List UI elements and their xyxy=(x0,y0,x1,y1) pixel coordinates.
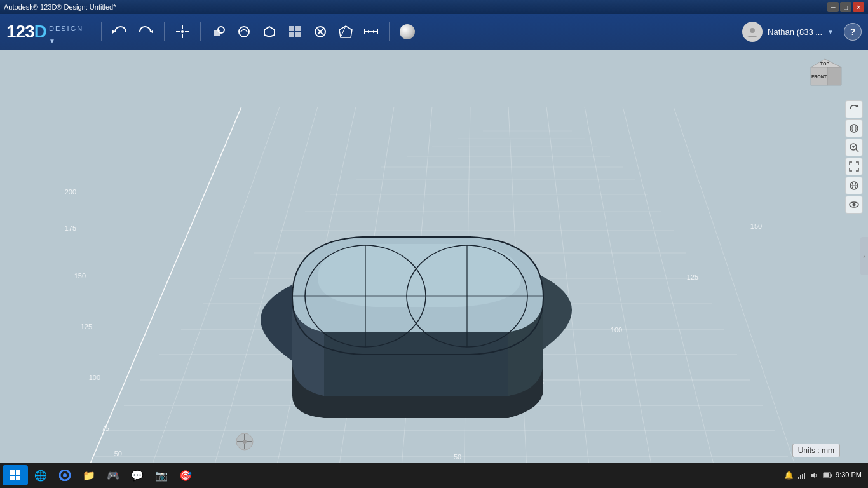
svg-rect-112 xyxy=(802,474,803,479)
logo-dropdown-icon[interactable]: ▼ xyxy=(49,37,83,44)
zoom-button[interactable] xyxy=(845,139,863,156)
taskbar-chrome[interactable] xyxy=(53,465,76,485)
user-name: Nathan (833 ... xyxy=(768,27,822,37)
svg-rect-113 xyxy=(804,473,805,479)
volume-icon xyxy=(810,471,819,480)
grid-canvas: 200 175 150 125 100 75 50 25 25 50 75 10… xyxy=(0,50,868,463)
svg-point-25 xyxy=(750,28,755,33)
subtract-button[interactable] xyxy=(333,19,358,44)
svg-line-91 xyxy=(856,149,858,152)
compass xyxy=(235,432,254,451)
svg-point-99 xyxy=(243,440,247,444)
start-button[interactable] xyxy=(3,465,28,485)
svg-rect-110 xyxy=(798,477,799,479)
svg-point-109 xyxy=(63,473,67,477)
taskbar-chat[interactable]: 💬 xyxy=(126,465,149,485)
toolbar-separator-4 xyxy=(389,22,390,41)
svg-text:125: 125 xyxy=(81,323,92,330)
construct-button[interactable] xyxy=(257,19,282,44)
undo-redo-group xyxy=(107,19,159,44)
fit-view-button[interactable] xyxy=(845,158,863,175)
measure-button[interactable] xyxy=(358,19,384,44)
svg-text:200: 200 xyxy=(65,188,76,196)
svg-rect-7 xyxy=(214,30,220,36)
svg-text:50: 50 xyxy=(114,450,122,458)
toolbar-separator-3 xyxy=(200,22,201,41)
right-toolbar xyxy=(845,100,863,214)
svg-text:TOP: TOP xyxy=(820,62,830,66)
titlebar-title: Autodesk® 123D® Design: Untitled* xyxy=(4,3,827,11)
svg-rect-107 xyxy=(16,476,20,480)
user-avatar xyxy=(742,22,763,42)
titlebar: Autodesk® 123D® Design: Untitled* ─ □ ✕ xyxy=(0,0,868,14)
taskbar-files[interactable]: 📁 xyxy=(78,465,100,485)
svg-text:75: 75 xyxy=(102,424,109,432)
svg-rect-117 xyxy=(831,474,832,477)
units-label[interactable]: Units : mm xyxy=(792,444,840,458)
svg-text:150: 150 xyxy=(74,272,86,280)
svg-rect-14 xyxy=(295,32,301,37)
svg-text:150: 150 xyxy=(750,222,762,230)
notification-icon[interactable]: 🔔 xyxy=(784,471,794,480)
svg-rect-105 xyxy=(16,470,20,475)
logo-design: DESIGN xyxy=(49,25,83,32)
network-icon xyxy=(797,471,806,480)
taskbar-steam[interactable]: 🎮 xyxy=(102,465,125,485)
svg-marker-10 xyxy=(264,27,275,37)
taskbar-browser[interactable]: 🌐 xyxy=(29,465,52,485)
logo-123d: 123D xyxy=(6,23,46,41)
svg-text:175: 175 xyxy=(65,224,76,232)
rotate-view-button[interactable] xyxy=(845,100,863,118)
visibility-button[interactable] xyxy=(845,196,863,214)
taskbar-app[interactable]: 🎯 xyxy=(174,465,197,485)
svg-rect-13 xyxy=(289,32,294,37)
svg-rect-116 xyxy=(824,473,829,477)
primitives-button[interactable] xyxy=(206,19,231,44)
help-button[interactable]: ? xyxy=(844,23,862,41)
svg-point-89 xyxy=(852,125,856,132)
system-tray: 🔔 9:30 PM xyxy=(784,470,862,480)
svg-rect-104 xyxy=(10,470,15,475)
snap-button[interactable] xyxy=(395,19,420,44)
transform-button[interactable] xyxy=(170,19,195,44)
logo-area[interactable]: 123D DESIGN ▼ xyxy=(6,20,83,44)
close-button[interactable]: ✕ xyxy=(853,2,864,12)
undo-button[interactable] xyxy=(107,19,132,44)
user-dropdown-icon[interactable]: ▼ xyxy=(827,29,834,36)
redo-button[interactable] xyxy=(133,19,159,44)
taskbar-camera[interactable]: 📷 xyxy=(150,465,173,485)
minimize-button[interactable]: ─ xyxy=(827,2,839,12)
svg-marker-84 xyxy=(827,67,841,85)
svg-marker-114 xyxy=(811,472,815,478)
svg-text:100: 100 xyxy=(89,374,100,381)
svg-point-2 xyxy=(181,30,184,33)
orbit-button[interactable] xyxy=(845,119,863,137)
pattern-button[interactable] xyxy=(282,19,308,44)
svg-rect-111 xyxy=(800,475,801,479)
sketch-button[interactable] xyxy=(231,19,257,44)
battery-icon xyxy=(823,471,832,480)
svg-rect-11 xyxy=(289,26,294,31)
svg-point-88 xyxy=(850,125,858,132)
modify-button[interactable] xyxy=(308,19,333,44)
titlebar-controls: ─ □ ✕ xyxy=(827,2,864,12)
user-area: Nathan (833 ... ▼ ? xyxy=(742,22,862,42)
clock: 9:30 PM xyxy=(836,470,862,480)
view-options-button[interactable] xyxy=(845,177,863,194)
svg-text:FRONT: FRONT xyxy=(811,74,827,79)
right-edge-handle[interactable]: › xyxy=(860,237,868,275)
svg-point-9 xyxy=(239,27,249,37)
svg-point-97 xyxy=(853,203,856,207)
svg-rect-12 xyxy=(295,26,301,31)
maximize-button[interactable]: □ xyxy=(840,2,851,12)
menubar: 123D DESIGN ▼ xyxy=(0,14,868,50)
viewport[interactable]: 200 175 150 125 100 75 50 25 25 50 75 10… xyxy=(0,50,868,463)
svg-rect-106 xyxy=(10,476,15,480)
svg-text:50: 50 xyxy=(454,453,461,461)
clock-time: 9:30 PM xyxy=(836,470,862,480)
svg-text:100: 100 xyxy=(611,326,622,334)
taskbar: 🌐 📁 🎮 💬 📷 🎯 🔔 9:30 PM xyxy=(0,463,868,488)
view-cube[interactable]: TOP FRONT xyxy=(804,56,843,94)
toolbar-separator-1 xyxy=(101,22,102,41)
toolbar-separator-2 xyxy=(164,22,165,41)
